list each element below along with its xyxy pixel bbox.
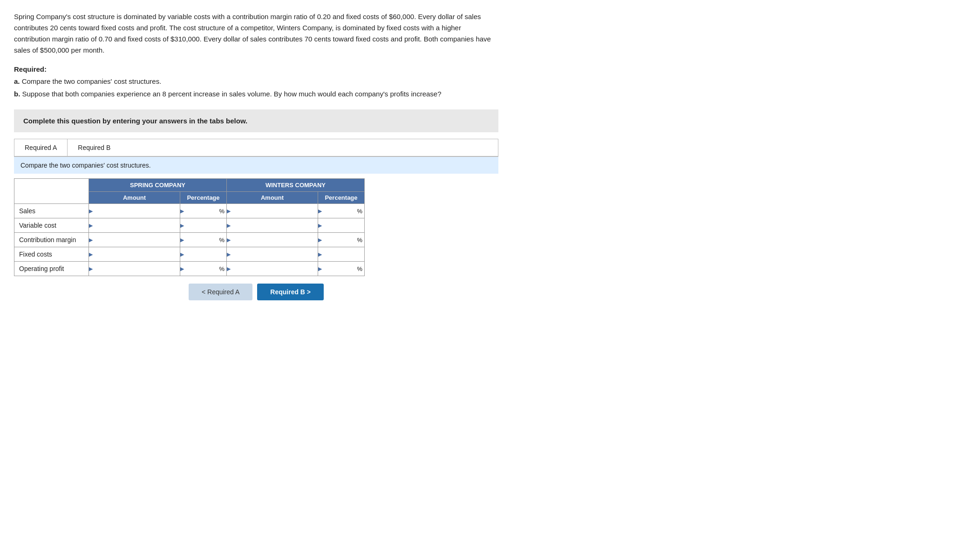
winters-vc-pct-arrow: ▶ <box>318 223 322 229</box>
spring-cm-pct-cell[interactable]: ▶ % <box>180 233 227 247</box>
winters-cm-pct-suffix: % <box>357 237 362 244</box>
spring-op-pct-suffix: % <box>219 265 225 272</box>
spring-op-amount-input[interactable] <box>93 262 180 276</box>
winters-op-amount-cell[interactable]: ▶ <box>227 262 318 276</box>
winters-amount-header: Amount <box>227 192 318 204</box>
spring-op-pct-cell[interactable]: ▶ % <box>180 262 227 276</box>
winters-fc-amount-arrow: ▶ <box>227 251 231 257</box>
winters-op-pct-input[interactable] <box>322 262 354 276</box>
required-label: Required: <box>14 65 498 73</box>
winters-vc-pct-cell[interactable]: ▶ <box>318 218 365 233</box>
row-label-fixed-costs: Fixed costs <box>14 247 89 262</box>
table-row: Variable cost ▶ ▶ ▶ <box>14 218 365 233</box>
winters-cm-pct-arrow: ▶ <box>318 237 322 243</box>
spring-vc-pct-cell[interactable]: ▶ <box>180 218 227 233</box>
winters-cm-amount-arrow: ▶ <box>227 237 231 243</box>
row-label-variable-cost: Variable cost <box>14 218 89 233</box>
winters-sales-pct-input[interactable] <box>322 204 354 218</box>
winters-sales-pct-arrow: ▶ <box>318 208 322 214</box>
spring-cm-amount-input[interactable] <box>93 233 180 247</box>
winters-fc-amount-input[interactable] <box>231 247 318 261</box>
row-label-contribution-margin: Contribution margin <box>14 233 89 247</box>
winters-cm-pct-input[interactable] <box>322 233 354 247</box>
spring-cm-pct-suffix: % <box>219 237 225 244</box>
winters-sales-amount-arrow: ▶ <box>227 208 231 214</box>
spring-cm-pct-input[interactable] <box>184 233 217 247</box>
spring-company-header: SPRING COMPANY <box>89 179 227 192</box>
spring-vc-pct-input[interactable] <box>184 218 217 232</box>
required-item-a: a. Compare the two companies' cost struc… <box>14 75 498 88</box>
required-item-b: b. Suppose that both companies experienc… <box>14 88 498 100</box>
table-row: Fixed costs ▶ ▶ ▶ <box>14 247 365 262</box>
winters-sales-pct-cell[interactable]: ▶ % <box>318 204 365 218</box>
winters-op-amount-input[interactable] <box>231 262 318 276</box>
row-label-operating-profit: Operating profit <box>14 262 89 276</box>
spring-fc-pct-arrow: ▶ <box>180 251 184 257</box>
tab-required-a[interactable]: Required A <box>14 139 68 156</box>
tabs-container: Required A Required B <box>14 139 498 156</box>
spring-cm-pct-arrow: ▶ <box>180 237 184 243</box>
table-section: SPRING COMPANY WINTERS COMPANY Amount Pe… <box>14 178 498 276</box>
spring-sales-amount-arrow: ▶ <box>89 208 93 214</box>
spring-sales-pct-suffix: % <box>219 208 225 215</box>
tab-content-description: Compare the two companies' cost structur… <box>14 156 498 174</box>
winters-company-header: WINTERS COMPANY <box>227 179 365 192</box>
row-label-sales: Sales <box>14 204 89 218</box>
winters-sales-amount-input[interactable] <box>231 204 318 218</box>
cost-structure-table: SPRING COMPANY WINTERS COMPANY Amount Pe… <box>14 178 365 276</box>
spring-cm-amount-arrow: ▶ <box>89 237 93 243</box>
spring-vc-amount-input[interactable] <box>93 218 180 232</box>
winters-sales-pct-suffix: % <box>357 208 362 215</box>
winters-vc-amount-arrow: ▶ <box>227 223 231 229</box>
required-items: a. Compare the two companies' cost struc… <box>14 75 498 100</box>
spring-amount-header: Amount <box>89 192 180 204</box>
winters-op-pct-cell[interactable]: ▶ % <box>318 262 365 276</box>
spring-sales-pct-arrow: ▶ <box>180 208 184 214</box>
winters-cm-pct-cell[interactable]: ▶ % <box>318 233 365 247</box>
prev-button[interactable]: < Required A <box>189 284 252 300</box>
winters-sales-amount-cell[interactable]: ▶ <box>227 204 318 218</box>
winters-fc-pct-arrow: ▶ <box>318 251 322 257</box>
winters-percentage-header: Percentage <box>318 192 365 204</box>
spring-op-amount-arrow: ▶ <box>89 266 93 272</box>
next-button[interactable]: Required B > <box>257 284 324 300</box>
spring-op-amount-cell[interactable]: ▶ <box>89 262 180 276</box>
winters-vc-amount-cell[interactable]: ▶ <box>227 218 318 233</box>
spring-sales-pct-input[interactable] <box>184 204 217 218</box>
winters-vc-pct-input[interactable] <box>322 218 354 232</box>
winters-cm-amount-input[interactable] <box>231 233 318 247</box>
table-row: Contribution margin ▶ ▶ % <box>14 233 365 247</box>
instruction-box: Complete this question by entering your … <box>14 109 498 132</box>
spring-sales-amount-cell[interactable]: ▶ <box>89 204 180 218</box>
spring-vc-pct-arrow: ▶ <box>180 223 184 229</box>
spring-sales-pct-cell[interactable]: ▶ % <box>180 204 227 218</box>
spring-vc-amount-arrow: ▶ <box>89 223 93 229</box>
spring-fc-pct-input[interactable] <box>184 247 217 261</box>
winters-fc-pct-input[interactable] <box>322 247 354 261</box>
spring-op-pct-arrow: ▶ <box>180 266 184 272</box>
intro-paragraph: Spring Company's cost structure is domin… <box>14 11 498 56</box>
winters-cm-amount-cell[interactable]: ▶ <box>227 233 318 247</box>
spring-fc-amount-arrow: ▶ <box>89 251 93 257</box>
table-row: Sales ▶ ▶ % ▶ <box>14 204 365 218</box>
spring-fc-amount-cell[interactable]: ▶ <box>89 247 180 262</box>
winters-fc-pct-cell[interactable]: ▶ <box>318 247 365 262</box>
spring-vc-amount-cell[interactable]: ▶ <box>89 218 180 233</box>
bottom-nav: < Required A Required B > <box>14 284 498 300</box>
spring-fc-pct-cell[interactable]: ▶ <box>180 247 227 262</box>
winters-op-pct-suffix: % <box>357 265 362 272</box>
winters-fc-amount-cell[interactable]: ▶ <box>227 247 318 262</box>
winters-op-amount-arrow: ▶ <box>227 266 231 272</box>
spring-percentage-header: Percentage <box>180 192 227 204</box>
winters-vc-amount-input[interactable] <box>231 218 318 232</box>
spring-fc-amount-input[interactable] <box>93 247 180 261</box>
table-row: Operating profit ▶ ▶ % ▶ <box>14 262 365 276</box>
spring-op-pct-input[interactable] <box>184 262 217 276</box>
tab-required-b[interactable]: Required B <box>68 139 121 156</box>
spring-cm-amount-cell[interactable]: ▶ <box>89 233 180 247</box>
winters-op-pct-arrow: ▶ <box>318 266 322 272</box>
spring-sales-amount-input[interactable] <box>93 204 180 218</box>
